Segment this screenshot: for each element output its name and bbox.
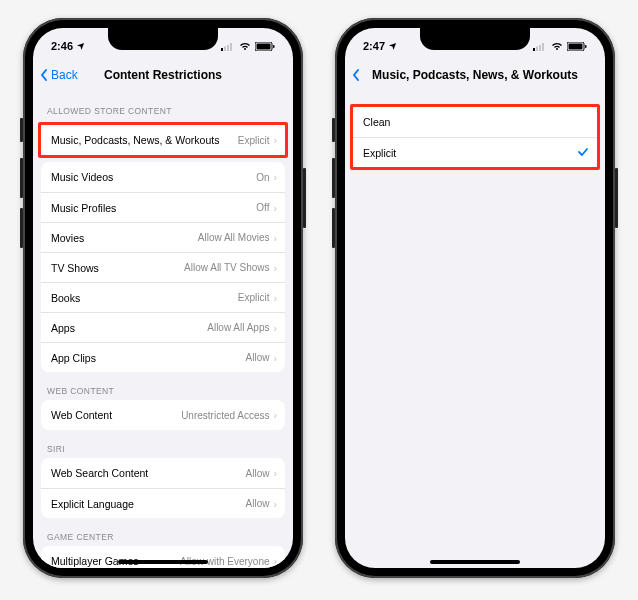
- chevron-right-icon: ›: [274, 262, 278, 274]
- row-value: Unrestricted Access: [181, 410, 269, 421]
- back-label: Back: [51, 68, 78, 82]
- wifi-icon: [239, 42, 251, 51]
- row-apps[interactable]: Apps Allow All Apps ›: [41, 312, 285, 342]
- highlight-box: Music, Podcasts, News, & Workouts Explic…: [38, 122, 288, 158]
- row-webcontent[interactable]: Web Content Unrestricted Access ›: [41, 400, 285, 430]
- svg-rect-6: [257, 43, 271, 49]
- row-label: Clean: [363, 116, 589, 128]
- section-header-siri: SIRI: [33, 430, 293, 458]
- page-title: Music, Podcasts, News, & Workouts: [372, 68, 578, 82]
- chevron-right-icon: ›: [274, 498, 278, 510]
- back-button[interactable]: Back: [39, 68, 78, 82]
- phone-left: 2:46 Back Content Restrictions ALLOWED S…: [23, 18, 303, 578]
- highlight-box: Clean Explicit: [350, 104, 600, 170]
- row-label: Web Search Content: [51, 467, 246, 479]
- row-value: Allow: [246, 468, 270, 479]
- page-title: Content Restrictions: [104, 68, 222, 82]
- row-appclips[interactable]: App Clips Allow ›: [41, 342, 285, 372]
- row-label: Music Videos: [51, 171, 256, 183]
- notch: [108, 28, 218, 50]
- row-value: Allow All Movies: [198, 232, 270, 243]
- wifi-icon: [551, 42, 563, 51]
- svg-rect-5: [273, 45, 275, 48]
- row-tv[interactable]: TV Shows Allow All TV Shows ›: [41, 252, 285, 282]
- chevron-right-icon: ›: [274, 202, 278, 214]
- location-icon: [76, 42, 85, 51]
- row-value: Explicit: [238, 292, 270, 303]
- battery-icon: [567, 42, 587, 51]
- row-multiplayer[interactable]: Multiplayer Games Allow with Everyone ›: [41, 546, 285, 568]
- row-label: Music, Podcasts, News, & Workouts: [51, 134, 238, 146]
- section-header-web: WEB CONTENT: [33, 372, 293, 400]
- svg-rect-10: [542, 43, 544, 51]
- chevron-right-icon: ›: [274, 352, 278, 364]
- section-header-gc: GAME CENTER: [33, 518, 293, 546]
- section-header-store: ALLOWED STORE CONTENT: [33, 92, 293, 120]
- svg-rect-12: [585, 45, 587, 48]
- battery-icon: [255, 42, 275, 51]
- row-label: App Clips: [51, 352, 246, 364]
- svg-rect-0: [221, 48, 223, 51]
- row-books[interactable]: Books Explicit ›: [41, 282, 285, 312]
- phone-right: 2:47 Music, Podcasts, News, & Workouts C…: [335, 18, 615, 578]
- row-label: Music Profiles: [51, 202, 256, 214]
- svg-rect-7: [533, 48, 535, 51]
- row-music[interactable]: Music, Podcasts, News, & Workouts Explic…: [41, 125, 285, 155]
- row-label: Books: [51, 292, 238, 304]
- row-label: TV Shows: [51, 262, 184, 274]
- row-label: Movies: [51, 232, 198, 244]
- row-label: Explicit Language: [51, 498, 246, 510]
- row-value: Explicit: [238, 135, 270, 146]
- notch: [420, 28, 530, 50]
- chevron-right-icon: ›: [274, 171, 278, 183]
- row-music-profiles[interactable]: Music Profiles Off ›: [41, 192, 285, 222]
- signal-icon: [533, 42, 547, 51]
- home-indicator[interactable]: [430, 560, 520, 564]
- row-explicitlang[interactable]: Explicit Language Allow ›: [41, 488, 285, 518]
- row-label: Explicit: [363, 147, 577, 159]
- row-movies[interactable]: Movies Allow All Movies ›: [41, 222, 285, 252]
- chevron-right-icon: ›: [274, 322, 278, 334]
- svg-rect-3: [230, 43, 232, 51]
- row-music-videos[interactable]: Music Videos On ›: [41, 162, 285, 192]
- chevron-right-icon: ›: [274, 467, 278, 479]
- svg-rect-8: [536, 46, 538, 51]
- row-value: Allow: [246, 498, 270, 509]
- row-label: Web Content: [51, 409, 181, 421]
- svg-rect-2: [227, 45, 229, 51]
- row-label: Apps: [51, 322, 207, 334]
- back-button[interactable]: [351, 68, 361, 82]
- row-value: Allow: [246, 352, 270, 363]
- chevron-right-icon: ›: [274, 134, 278, 146]
- location-icon: [388, 42, 397, 51]
- navbar: Back Content Restrictions: [33, 58, 293, 92]
- chevron-left-icon: [39, 68, 49, 82]
- row-value: On: [256, 172, 269, 183]
- row-value: Allow All TV Shows: [184, 262, 269, 273]
- row-value: Off: [256, 202, 269, 213]
- chevron-left-icon: [351, 68, 361, 82]
- home-indicator[interactable]: [118, 560, 208, 564]
- chevron-right-icon: ›: [274, 292, 278, 304]
- navbar: Music, Podcasts, News, & Workouts: [345, 58, 605, 92]
- chevron-right-icon: ›: [274, 232, 278, 244]
- row-websearch[interactable]: Web Search Content Allow ›: [41, 458, 285, 488]
- checkmark-icon: [577, 146, 589, 160]
- row-value: Allow All Apps: [207, 322, 269, 333]
- status-time: 2:46: [51, 40, 73, 52]
- chevron-right-icon: ›: [274, 555, 278, 567]
- row-explicit[interactable]: Explicit: [353, 137, 597, 167]
- status-time: 2:47: [363, 40, 385, 52]
- svg-rect-9: [539, 45, 541, 51]
- chevron-right-icon: ›: [274, 409, 278, 421]
- svg-rect-13: [569, 43, 583, 49]
- signal-icon: [221, 42, 235, 51]
- row-clean[interactable]: Clean: [353, 107, 597, 137]
- svg-rect-1: [224, 46, 226, 51]
